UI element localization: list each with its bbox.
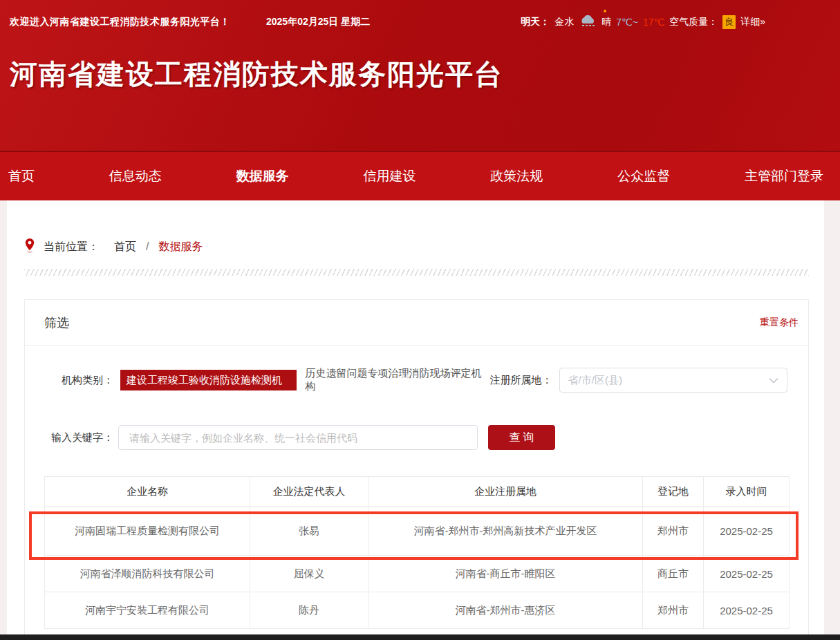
breadcrumb-current: 数据服务 — [158, 240, 203, 254]
air-quality-label: 空气质量： — [669, 16, 718, 28]
bottom-dark-bar — [0, 634, 840, 640]
weather-condition: 晴 — [601, 16, 611, 28]
cell-registered-location: 河南省-商丘市-睢阳区 — [368, 556, 643, 592]
region-select-placeholder: 省/市/区(县) — [568, 374, 769, 387]
cell-legal-rep: 张易 — [250, 507, 368, 556]
weather-city: 金水 — [554, 16, 574, 28]
filter-title: 筛选 — [44, 314, 69, 331]
hatch-divider — [24, 269, 809, 276]
site-title: 河南省建设工程消防技术服务阳光平台 — [0, 29, 840, 93]
date-text: 2025年02月25日 星期二 — [266, 16, 370, 28]
cell-company-name: 河南省泽顺消防科技有限公司 — [45, 556, 250, 592]
breadcrumb-separator: / — [146, 241, 149, 253]
category-label: 机构类别： — [44, 374, 113, 387]
cell-record-place: 商丘市 — [643, 556, 704, 592]
nav-item-supervision[interactable]: 公众监督 — [617, 167, 670, 185]
category-selected-badge[interactable]: 建设工程竣工验收消防设施检测机构 — [120, 370, 297, 390]
site-header: 欢迎进入河南省建设工程消防技术服务阳光平台！ 2025年02月25日 星期二 明… — [0, 0, 840, 151]
cell-registered-location: 河南省-郑州市-郑州高新技术产业开发区 — [368, 507, 643, 556]
cell-legal-rep: 屈保义 — [250, 556, 368, 592]
page-background: 当前位置： 首页 / 数据服务 筛选 重置条件 机构类别： 建设工程竣工验收消防… — [0, 200, 840, 640]
cell-registered-location: 河南省-郑州市-惠济区 — [368, 592, 643, 629]
cell-legal-rep: 陈丹 — [250, 592, 368, 629]
chevron-down-icon — [769, 374, 778, 386]
air-quality-badge: 良 — [722, 15, 736, 29]
temp-low: 7℃~ — [616, 17, 638, 28]
welcome-text: 欢迎进入河南省建设工程消防技术服务阳光平台！ — [10, 16, 230, 28]
keyword-input[interactable] — [118, 425, 478, 450]
results-table: 企业名称 企业法定代表人 企业注册属地 登记地 录入时间 河南固瑞工程质量检测有… — [44, 476, 790, 629]
cloud-weather-icon — [579, 15, 597, 29]
cell-entry-date: 2025-02-25 — [704, 592, 790, 629]
col-header-legal-rep: 企业法定代表人 — [250, 477, 368, 507]
table-row[interactable]: 河南宇宁安装工程有限公司 陈丹 河南省-郑州市-惠济区 郑州市 2025-02-… — [45, 592, 790, 629]
table-row[interactable]: 河南固瑞工程质量检测有限公司 张易 河南省-郑州市-郑州高新技术产业开发区 郑州… — [45, 507, 790, 556]
filter-panel-header: 筛选 重置条件 — [25, 300, 808, 346]
keyword-label: 输入关键字： — [44, 431, 113, 444]
cell-company-name: 河南固瑞工程质量检测有限公司 — [45, 507, 250, 556]
table-header-row: 企业名称 企业法定代表人 企业注册属地 登记地 录入时间 — [45, 477, 790, 507]
cell-company-name: 河南宇宁安装工程有限公司 — [45, 592, 250, 629]
col-header-registered-location: 企业注册属地 — [368, 477, 643, 507]
weather-tomorrow-label: 明天： — [521, 16, 550, 28]
top-bar: 欢迎进入河南省建设工程消防技术服务阳光平台！ 2025年02月25日 星期二 明… — [0, 0, 840, 29]
col-header-entry-date: 录入时间 — [704, 477, 790, 507]
filter-panel: 筛选 重置条件 机构类别： 建设工程竣工验收消防设施检测机构 历史遗留问题专项治… — [24, 299, 809, 640]
nav-item-credit[interactable]: 信用建设 — [363, 167, 416, 185]
temp-high: 17℃ — [643, 17, 664, 28]
main-nav: 首页 信息动态 数据服务 信用建设 政策法规 公众监督 主管部门登录 — [0, 151, 840, 200]
cell-record-place: 郑州市 — [643, 507, 704, 556]
region-label: 注册所属地： — [490, 374, 552, 387]
cell-entry-date: 2025-02-25 — [704, 556, 790, 592]
nav-item-home[interactable]: 首页 — [8, 167, 35, 185]
weather-detail-link[interactable]: 详细» — [740, 16, 765, 28]
nav-item-admin-login[interactable]: 主管部门登录 — [745, 167, 823, 185]
category-unselected-option[interactable]: 历史遗留问题专项治理消防现场评定机构 — [305, 367, 489, 393]
weather-sun-dot-icon — [604, 10, 606, 12]
weather-widget: 明天： 金水 晴 7℃~ 17℃ 空气质量： 良 详细» — [521, 15, 826, 29]
breadcrumb-label: 当前位置： — [44, 240, 99, 254]
search-button[interactable]: 查 询 — [488, 425, 555, 450]
cell-entry-date: 2025-02-25 — [704, 507, 790, 556]
reset-filters-link[interactable]: 重置条件 — [760, 317, 799, 329]
category-filter-row: 机构类别： 建设工程竣工验收消防设施检测机构 历史遗留问题专项治理消防现场评定机… — [25, 367, 808, 393]
region-select[interactable]: 省/市/区(县) — [559, 368, 787, 393]
nav-item-news[interactable]: 信息动态 — [109, 167, 162, 185]
keyword-filter-row: 输入关键字： 查 询 — [25, 425, 808, 450]
col-header-company-name: 企业名称 — [45, 477, 250, 507]
col-header-record-place: 登记地 — [643, 477, 704, 507]
region-filter-group: 注册所属地： 省/市/区(县) — [490, 368, 787, 393]
nav-item-data-service[interactable]: 数据服务 — [236, 167, 289, 185]
breadcrumb: 当前位置： 首页 / 数据服务 — [24, 238, 824, 256]
breadcrumb-home-link[interactable]: 首页 — [114, 240, 136, 254]
nav-item-policy[interactable]: 政策法规 — [490, 167, 543, 185]
table-row[interactable]: 河南省泽顺消防科技有限公司 屈保义 河南省-商丘市-睢阳区 商丘市 2025-0… — [45, 556, 790, 592]
location-pin-icon — [24, 238, 35, 256]
cell-record-place: 郑州市 — [643, 592, 704, 629]
content-area: 当前位置： 首页 / 数据服务 筛选 重置条件 机构类别： 建设工程竣工验收消防… — [7, 200, 824, 640]
